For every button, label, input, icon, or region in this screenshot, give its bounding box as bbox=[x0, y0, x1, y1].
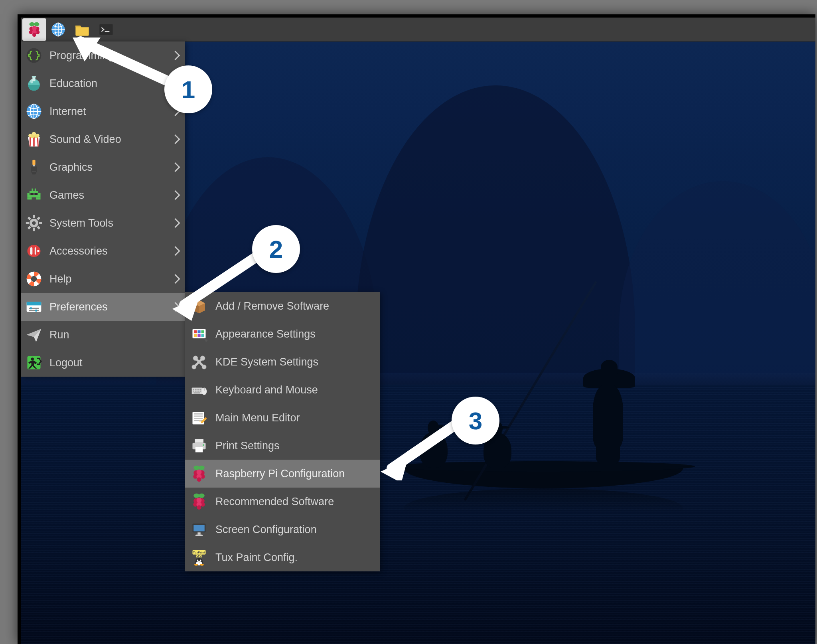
printer-icon bbox=[189, 436, 209, 456]
menu-item-label: Education bbox=[49, 77, 97, 90]
preferences-submenu: Add / Remove Software Appearance Setting… bbox=[185, 292, 380, 571]
web-browser-button[interactable] bbox=[46, 18, 70, 41]
submenu-item-tux-paint-config[interactable]: Tux Paint Config. bbox=[185, 543, 380, 571]
submenu-item-label: Tux Paint Config. bbox=[215, 551, 298, 564]
menu-item-run[interactable]: Run bbox=[21, 321, 185, 349]
gear-icon bbox=[24, 213, 44, 233]
paper-plane-icon bbox=[24, 325, 44, 345]
submenu-item-label: Keyboard and Mouse bbox=[215, 384, 318, 396]
lifebuoy-icon bbox=[24, 269, 44, 289]
menu-item-label: Programming bbox=[49, 49, 114, 62]
package-icon bbox=[189, 296, 209, 316]
menu-item-label: Internet bbox=[49, 105, 86, 118]
flask-icon bbox=[24, 73, 44, 93]
sliders-icon bbox=[24, 297, 44, 317]
menu-item-label: Logout bbox=[49, 357, 83, 369]
submenu-item-screen-configuration[interactable]: Screen Configuration bbox=[185, 516, 380, 543]
menu-item-internet[interactable]: Internet bbox=[21, 97, 185, 125]
menu-item-label: Run bbox=[49, 329, 69, 341]
submenu-item-raspberry-pi-configuration[interactable]: Raspberry Pi Configuration bbox=[185, 460, 380, 488]
submenu-item-add-remove-software[interactable]: Add / Remove Software bbox=[185, 292, 380, 320]
space-invader-icon bbox=[24, 185, 44, 205]
menu-item-accessories[interactable]: Accessories bbox=[21, 237, 185, 265]
chevron-right-icon bbox=[172, 161, 179, 174]
annotation-step-2: 2 bbox=[252, 225, 300, 273]
menu-item-label: System Tools bbox=[49, 217, 113, 229]
submenu-item-label: Add / Remove Software bbox=[215, 300, 329, 312]
submenu-item-main-menu-editor[interactable]: Main Menu Editor bbox=[185, 404, 380, 432]
terminal-button[interactable] bbox=[94, 18, 118, 41]
monitor-icon bbox=[189, 520, 209, 539]
menu-item-preferences[interactable]: Preferences bbox=[21, 293, 185, 321]
menu-item-label: Sound & Video bbox=[49, 133, 121, 146]
chevron-right-icon bbox=[172, 189, 179, 201]
chevron-right-icon bbox=[172, 133, 179, 146]
brush-icon bbox=[24, 157, 44, 177]
file-manager-button[interactable] bbox=[70, 18, 94, 41]
menu-item-label: Help bbox=[49, 273, 72, 285]
app-menu-button[interactable] bbox=[22, 18, 46, 41]
menu-item-label: Preferences bbox=[49, 301, 108, 313]
menu-item-education[interactable]: Education bbox=[21, 69, 185, 97]
submenu-item-print-settings[interactable]: Print Settings bbox=[185, 432, 380, 460]
raspberry-icon bbox=[189, 464, 209, 484]
chevron-right-icon bbox=[172, 245, 179, 257]
popcorn-icon bbox=[24, 129, 44, 149]
menu-item-label: Graphics bbox=[49, 161, 93, 174]
menu-item-sound-video[interactable]: Sound & Video bbox=[21, 125, 185, 153]
chevron-right-icon bbox=[172, 217, 179, 229]
menu-item-games[interactable]: Games bbox=[21, 181, 185, 209]
raspberry-icon bbox=[189, 492, 209, 512]
menu-editor-icon bbox=[189, 408, 209, 428]
taskbar bbox=[21, 18, 815, 41]
submenu-item-keyboard-mouse[interactable]: Keyboard and Mouse bbox=[185, 376, 380, 404]
menu-item-graphics[interactable]: Graphics bbox=[21, 153, 185, 181]
menu-item-system-tools[interactable]: System Tools bbox=[21, 209, 185, 237]
chevron-right-icon bbox=[172, 273, 179, 285]
chevron-right-icon bbox=[172, 49, 179, 62]
annotation-step-1: 1 bbox=[164, 65, 212, 113]
submenu-item-label: Print Settings bbox=[215, 440, 280, 452]
annotation-step-3: 3 bbox=[452, 397, 499, 444]
menu-item-programming[interactable]: Programming bbox=[21, 41, 185, 69]
globe-icon bbox=[24, 101, 44, 121]
window-frame: Programming Education Internet Sound & V… bbox=[18, 14, 815, 644]
tux-paint-icon bbox=[189, 547, 209, 567]
submenu-item-label: Appearance Settings bbox=[215, 328, 316, 340]
submenu-item-label: Raspberry Pi Configuration bbox=[215, 468, 345, 480]
exit-icon bbox=[24, 353, 44, 373]
submenu-item-label: Screen Configuration bbox=[215, 523, 317, 536]
submenu-item-appearance-settings[interactable]: Appearance Settings bbox=[185, 320, 380, 348]
menu-item-logout[interactable]: Logout bbox=[21, 349, 185, 377]
keyboard-mouse-icon bbox=[189, 380, 209, 400]
menu-item-label: Games bbox=[49, 189, 84, 201]
submenu-item-label: KDE System Settings bbox=[215, 356, 318, 368]
menu-item-label: Accessories bbox=[49, 245, 108, 257]
submenu-item-kde-system-settings[interactable]: KDE System Settings bbox=[185, 348, 380, 376]
crossed-wrenches-icon bbox=[189, 352, 209, 372]
swiss-knife-icon bbox=[24, 241, 44, 261]
palette-icon bbox=[189, 324, 209, 344]
application-menu: Programming Education Internet Sound & V… bbox=[21, 41, 185, 377]
submenu-item-label: Main Menu Editor bbox=[215, 412, 300, 424]
chevron-right-icon bbox=[172, 301, 179, 313]
submenu-item-recommended-software[interactable]: Recommended Software bbox=[185, 488, 380, 516]
menu-item-help[interactable]: Help bbox=[21, 265, 185, 293]
submenu-item-label: Recommended Software bbox=[215, 496, 334, 508]
braces-icon bbox=[24, 45, 44, 65]
